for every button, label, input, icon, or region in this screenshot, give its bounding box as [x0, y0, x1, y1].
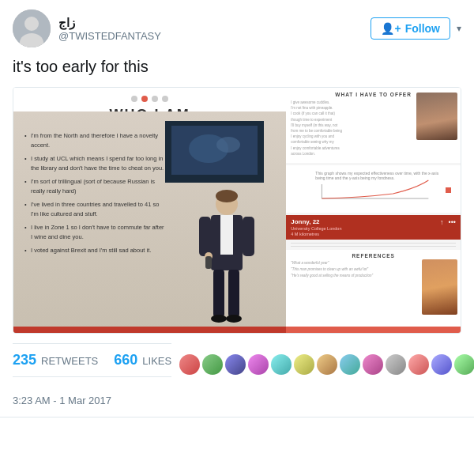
retweets-count: 235	[13, 352, 36, 368]
slide-bullets: I'm from the North and therefore I have …	[24, 131, 165, 255]
graph-dot	[446, 187, 451, 193]
dot-3	[152, 96, 158, 102]
likes-stat: 660 LIKES	[114, 352, 171, 368]
list-item	[179, 354, 200, 375]
retweets-label: RETWEETS	[41, 355, 98, 367]
share-icon: ↑	[440, 218, 444, 226]
list-item	[454, 354, 474, 375]
tweet-container: زاج @TWISTEDFANTASY 👤+ Follow ▾ it's too…	[0, 0, 474, 417]
bottom-bar-right	[286, 327, 461, 333]
dot-1	[131, 96, 137, 102]
avatar-image	[13, 9, 51, 47]
svg-point-16	[226, 315, 242, 323]
tweet-stats: 235 RETWEETS 660 LIKES	[13, 343, 171, 377]
list-item	[431, 354, 452, 375]
offer-photo	[416, 93, 457, 140]
profile-university: University College London	[291, 226, 341, 231]
avatar	[13, 9, 51, 47]
tweet-author: زاج @TWISTEDFANTASY	[13, 9, 161, 47]
chevron-down-icon[interactable]: ▾	[457, 23, 461, 34]
slide-main-content: WHO I AM	[13, 88, 286, 333]
bullet-1: I'm from the North and therefore I have …	[24, 131, 165, 150]
sidebar-section-offer: WHAT I HAVE TO OFFER I give awesome cudd…	[286, 88, 461, 163]
tweet-time-row: 3:23 AM - 1 Mar 2017	[13, 393, 461, 417]
tv-screen	[165, 121, 264, 183]
profile-info: Jonny, 22 University College London 4 M …	[291, 218, 341, 236]
bullet-5: I live in Zone 1 so I don't have to comm…	[24, 223, 165, 242]
likes-label: LIKES	[142, 355, 171, 367]
svg-rect-10	[220, 215, 233, 255]
tweet-image: WHO I AM	[13, 87, 461, 334]
slide-sidebar: ↓ WHAT I HAVE TO OFFER I give awesome cu…	[286, 88, 461, 333]
list-item	[248, 354, 269, 375]
bullet-2: I study at UCL which means I spend far t…	[24, 154, 165, 173]
tweet-header: زاج @TWISTEDFANTASY 👤+ Follow ▾	[13, 9, 461, 47]
profile-distance: 4 M kilometres	[291, 232, 341, 236]
dot-2	[141, 96, 148, 102]
tweet-avatars	[179, 354, 474, 375]
refs-photo	[422, 259, 457, 315]
bullet-3: I'm sort of trillingual (sort of because…	[24, 177, 165, 196]
list-item	[271, 354, 292, 375]
author-info: زاج @TWISTEDFANTASY	[58, 16, 161, 42]
dot-4	[162, 96, 168, 102]
svg-text:being time and the y-axis bein: being time and the y-axis being my fondn…	[316, 176, 395, 180]
list-item	[363, 354, 383, 375]
svg-rect-13	[213, 270, 224, 317]
slide-dots	[24, 96, 275, 102]
svg-rect-14	[228, 270, 239, 317]
bullet-4: I've lived in three countries and travel…	[24, 200, 165, 219]
list-item	[408, 354, 429, 375]
tweet-header-right: 👤+ Follow ▾	[371, 17, 461, 40]
list-item	[225, 354, 246, 375]
list-item	[294, 354, 314, 375]
sidebar-section-profile: Jonny, 22 University College London 4 M …	[286, 215, 461, 240]
follow-button[interactable]: 👤+ Follow	[371, 17, 450, 40]
svg-rect-11	[199, 217, 211, 256]
presenter-figure	[191, 187, 262, 333]
svg-point-8	[216, 190, 238, 202]
sidebar-section-graph: This graph shows my expected effectivene…	[286, 165, 461, 213]
refs-title: REFERENCES	[291, 253, 456, 259]
author-name: زاج	[58, 16, 161, 30]
follow-label: Follow	[405, 22, 440, 35]
svg-point-1	[24, 17, 39, 31]
divider-lines	[286, 240, 461, 250]
bottom-bar-left	[13, 327, 286, 333]
options-icon: •••	[449, 218, 456, 226]
svg-point-15	[211, 315, 227, 323]
list-item	[317, 354, 337, 375]
person-add-icon: 👤+	[381, 22, 401, 35]
list-item	[340, 354, 360, 375]
svg-point-6	[216, 137, 240, 153]
svg-rect-12	[243, 217, 254, 256]
sidebar-section-refs: REFERENCES "What a wonderful year" "This…	[286, 250, 461, 327]
profile-name: Jonny, 22	[291, 218, 341, 225]
bullet-6: I voted against Brexit and I'm still sad…	[24, 246, 165, 255]
author-handle: @TWISTEDFANTASY	[58, 30, 161, 42]
profile-actions: ↑ •••	[440, 218, 456, 226]
likes-count: 660	[114, 352, 137, 368]
list-item	[386, 354, 406, 375]
slide-presentation: WHO I AM	[13, 88, 461, 333]
retweets-stat: 235 RETWEETS	[13, 352, 98, 368]
svg-rect-18	[205, 256, 212, 269]
stats-and-avatars: 235 RETWEETS 660 LIKES	[13, 343, 461, 385]
list-item	[202, 354, 223, 375]
tweet-time: 3:23 AM - 1 Mar 2017	[13, 395, 111, 406]
tweet-text: it's too early for this	[13, 55, 461, 77]
tweet-footer: 235 RETWEETS 660 LIKES	[13, 343, 461, 393]
